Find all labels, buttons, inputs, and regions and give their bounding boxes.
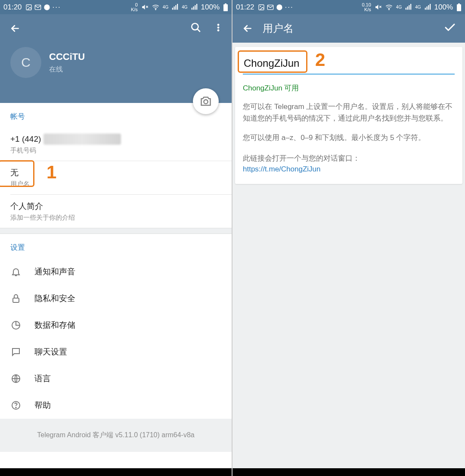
svg-rect-14 [196, 4, 197, 10]
svg-point-19 [217, 24, 219, 26]
toolbar [0, 14, 232, 43]
mute-icon [375, 3, 382, 11]
mail-icon [34, 4, 41, 11]
signal-bars-icon-2 [425, 4, 431, 10]
svg-point-21 [217, 29, 219, 31]
more-dots-icon: ··· [285, 3, 294, 12]
username-value: 无 [10, 167, 221, 178]
svg-point-31 [276, 4, 282, 10]
svg-point-17 [192, 23, 198, 30]
profile-status: 在线 [49, 65, 63, 74]
camera-icon [200, 95, 212, 107]
svg-rect-44 [457, 4, 461, 11]
mute-icon [141, 3, 149, 11]
quote-icon [276, 4, 283, 11]
change-photo-button[interactable] [193, 88, 219, 114]
status-bar: 01:20 ··· 0K/s 4G 4G 100% [0, 0, 232, 14]
svg-rect-40 [426, 6, 427, 10]
svg-line-18 [197, 29, 200, 32]
signal-bars-icon [172, 4, 178, 10]
version-footer: Telegram Android 客户端 v5.11.0 (1710) arm6… [0, 419, 232, 452]
username-label: 用户名 [10, 180, 221, 188]
username-help-text-2: 您可以使用 a–z、0–9 和下划线。最小长度为 5 个字符。 [243, 132, 455, 143]
svg-rect-7 [172, 8, 173, 10]
username-link[interactable]: https://t.me/ChongZiJun [243, 165, 455, 174]
toolbar-title: 用户名 [263, 22, 443, 35]
pie-chart-icon [11, 320, 21, 330]
username-available-text: ChongZiJun 可用 [243, 83, 455, 93]
chat-settings-row[interactable]: 聊天设置 [0, 339, 232, 365]
svg-point-27 [16, 407, 16, 408]
phone-number-value: +1 (442) [10, 134, 41, 144]
status-time: 01:20 [3, 3, 22, 12]
overflow-menu-button[interactable] [214, 22, 223, 35]
signal-bars-icon-2 [191, 4, 198, 10]
search-icon [190, 22, 202, 33]
privacy-row[interactable]: 隐私和安全 [0, 285, 232, 312]
phone-number-row[interactable]: +1 (442) 手机号码 [0, 128, 232, 161]
signal-4g-icon: 4G [163, 5, 168, 9]
image-icon [258, 4, 265, 11]
checkmark-icon [443, 21, 456, 34]
svg-rect-0 [26, 5, 31, 10]
svg-rect-11 [191, 8, 192, 10]
bio-label: 添加一些关于你的介绍 [10, 214, 221, 222]
svg-rect-28 [259, 5, 264, 10]
language-row[interactable]: 语言 [0, 365, 232, 392]
wifi-icon [152, 3, 159, 11]
phone-username-screen: 01:22 ··· 0.10K/s 4G 4G 100% [232, 0, 465, 476]
image-icon [25, 4, 32, 11]
mail-icon [267, 4, 274, 11]
svg-point-34 [389, 9, 389, 9]
svg-rect-43 [458, 3, 460, 4]
svg-rect-9 [175, 5, 176, 10]
nav-bar [0, 468, 232, 476]
svg-rect-16 [223, 4, 228, 11]
bio-value: 个人简介 [10, 201, 221, 212]
signal-4g-icon-2: 4G [182, 5, 187, 9]
netspeed-indicator: 0K/s [131, 3, 138, 12]
svg-rect-39 [425, 8, 425, 10]
back-button[interactable] [240, 21, 255, 36]
netspeed-indicator: 0.10K/s [362, 3, 371, 12]
battery-percent: 100% [201, 3, 220, 12]
more-vertical-icon [214, 22, 223, 33]
svg-rect-37 [409, 5, 409, 10]
chat-bubble-icon [11, 347, 21, 357]
arrow-left-icon [9, 23, 21, 34]
quote-icon [43, 4, 50, 11]
username-help-text-1: 您可以在 Telegram 上设置一个用户名。设置后，别人将能够在不知道您的手机… [243, 101, 455, 124]
status-time: 01:22 [236, 3, 254, 12]
username-input[interactable] [243, 57, 455, 75]
help-circle-icon [11, 400, 21, 411]
svg-rect-23 [13, 298, 19, 302]
bell-icon [11, 267, 21, 277]
notifications-row[interactable]: 通知和声音 [0, 258, 232, 285]
search-button[interactable] [190, 22, 202, 35]
back-button[interactable] [8, 21, 22, 36]
svg-rect-35 [406, 8, 406, 10]
avatar[interactable]: C [10, 47, 41, 78]
svg-point-6 [155, 9, 156, 9]
help-row[interactable]: 帮助 [0, 392, 232, 419]
username-card: 2 ChongZiJun 可用 您可以在 Telegram 上设置一个用户名。设… [235, 47, 462, 184]
arrow-left-icon [242, 23, 253, 34]
username-row[interactable]: 无 用户名 1 [0, 161, 232, 194]
globe-icon [11, 373, 21, 384]
more-dots-icon: ··· [53, 3, 61, 12]
profile-name: CCCiTU [49, 51, 85, 62]
phone-settings-screen: 01:20 ··· 0K/s 4G 4G 100% [0, 0, 232, 476]
lock-icon [11, 293, 21, 304]
settings-section-header: 设置 [0, 234, 232, 258]
bio-row[interactable]: 个人简介 添加一些关于你的介绍 [0, 195, 232, 228]
phone-number-label: 手机号码 [10, 146, 221, 155]
svg-rect-41 [428, 5, 429, 10]
svg-rect-42 [430, 4, 431, 10]
svg-rect-38 [410, 4, 411, 10]
annotation-number-1: 1 [46, 162, 56, 183]
battery-icon [223, 3, 228, 11]
confirm-button[interactable] [443, 21, 456, 36]
svg-rect-10 [177, 4, 178, 10]
signal-4g-icon-2: 4G [415, 5, 421, 9]
data-storage-row[interactable]: 数据和存储 [0, 312, 232, 339]
